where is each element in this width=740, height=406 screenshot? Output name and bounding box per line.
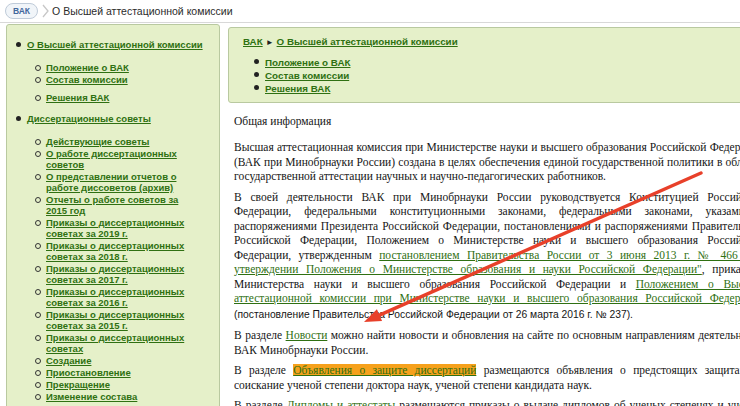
circle-bullet-icon (35, 266, 41, 272)
bullet-icon (254, 85, 259, 90)
bullet-icon (16, 116, 21, 121)
breadcrumb-arrow-icon: ► (266, 38, 274, 47)
sidebar-link[interactable]: Приказы о диссертационных советах (46, 332, 184, 354)
sidebar-item: Создание (34, 355, 192, 366)
circle-bullet-icon (35, 139, 41, 145)
sidebar-link[interactable]: Приказы о диссертационных советах за 201… (46, 217, 184, 239)
highlighted-link[interactable]: Объявления о защите диссертаций (293, 364, 476, 376)
sidebar-link[interactable]: Приказы о диссертационных советах за 201… (46, 263, 184, 285)
circle-bullet-icon (35, 95, 41, 101)
sidebar-item: Прекращение (34, 379, 192, 390)
bullet-icon (254, 72, 259, 77)
sidebar-link[interactable]: Приостановление (46, 367, 131, 378)
sidebar-link[interactable]: Положение о ВАК (46, 62, 129, 73)
sidebar-item: Изменение состава (34, 391, 192, 402)
sidebar-section: Диссертационные советы (15, 113, 213, 124)
sidebar-section: О Высшей аттестационной комиссии (15, 39, 213, 50)
sidebar-link[interactable]: Состав комиссии (46, 74, 128, 85)
infobox-breadcrumb: ВАК►О Высшей аттестационной комиссии (243, 36, 740, 49)
breadcrumb-title: О Высшей аттестационной комиссии (52, 5, 232, 17)
sidebar-link[interactable]: Прекращение (46, 379, 110, 390)
sidebar-link[interactable]: Изменение состава (46, 391, 137, 402)
sidebar-list: О Высшей аттестационной комиссииПоложени… (15, 39, 213, 402)
circle-bullet-icon (35, 335, 41, 341)
sidebar-item: Приостановление (34, 367, 192, 378)
content-link[interactable]: Дипломы и аттестаты (287, 399, 396, 406)
infobox-item: Решения ВАК (253, 82, 740, 95)
infobox-link[interactable]: Состав комиссии (265, 70, 349, 81)
sidebar-sublist: Положение о ВАКСостав комиссииРешения ВА… (34, 62, 192, 103)
circle-bullet-icon (35, 289, 41, 295)
paragraph: Высшая аттестационная комиссия при Минис… (234, 140, 740, 184)
sidebar-section-link[interactable]: Диссертационные советы (27, 113, 151, 124)
sidebar-link[interactable]: Приказы о диссертационных советах за 201… (46, 286, 184, 308)
breadcrumb-root-link[interactable]: ВАК (243, 36, 263, 47)
infobox-link[interactable]: Положение о ВАК (265, 57, 350, 68)
sidebar-link[interactable]: Решения ВАК (46, 92, 109, 103)
main-content: ВАК►О Высшей аттестационной комиссии Пол… (228, 27, 740, 406)
text-span: В разделе (234, 399, 287, 406)
section-infobox: ВАК►О Высшей аттестационной комиссии Пол… (228, 27, 740, 103)
circle-bullet-icon (35, 151, 41, 157)
circle-bullet-icon (35, 65, 41, 71)
circle-bullet-icon (35, 312, 41, 318)
infobox-link[interactable]: Решения ВАК (265, 83, 330, 94)
paragraph: В своей деятельности ВАК при Минобрнауки… (234, 190, 740, 323)
paragraph: В разделе Дипломы и аттестаты размещаютс… (234, 398, 740, 406)
circle-bullet-icon (35, 77, 41, 83)
infobox-item: Состав комиссии (253, 69, 740, 82)
circle-bullet-icon (35, 243, 41, 249)
sidebar-item: Решения ВАК (34, 92, 192, 103)
body-text: Высшая аттестационная комиссия при Минис… (234, 140, 740, 406)
sidebar-item: Приказы о диссертационных советах за 201… (34, 286, 192, 308)
chevron-right-icon (41, 4, 50, 18)
sidebar-link[interactable]: Действующие советы (46, 136, 149, 147)
text-span: Высшая аттестационная комиссия при Минис… (234, 141, 740, 182)
breadcrumb-current-link[interactable]: О Высшей аттестационной комиссии (277, 36, 458, 47)
paragraph: В разделе Объявления о защите диссертаци… (234, 363, 740, 392)
sidebar-section-link[interactable]: О Высшей аттестационной комиссии (27, 39, 203, 50)
circle-bullet-icon (35, 370, 41, 376)
circle-bullet-icon (35, 197, 41, 203)
sidebar-item: Приказы о диссертационных советах за 201… (34, 240, 192, 262)
bullet-icon (254, 59, 259, 64)
sidebar-link[interactable]: О представлении отчетов о работе диссове… (46, 171, 176, 193)
text-span: (постановление Правительства Российской … (234, 309, 633, 320)
circle-bullet-icon (35, 174, 41, 180)
infobox-link-list: Положение о ВАКСостав комиссииРешения ВА… (243, 56, 740, 95)
circle-bullet-icon (35, 394, 41, 400)
sidebar-item: Приказы о диссертационных советах за 201… (34, 217, 192, 239)
sidebar-item: Приказы о диссертационных советах (34, 332, 192, 354)
sidebar-item: Отчеты о работе советов за 2015 год (34, 194, 192, 216)
bullet-icon (16, 42, 21, 47)
sidebar-link[interactable]: О работе диссертационных советов (46, 148, 177, 170)
sidebar-sublist: Действующие советыО работе диссертационн… (34, 136, 192, 402)
sidebar-item: О представлении отчетов о работе диссове… (34, 171, 192, 193)
vak-badge[interactable]: ВАК (5, 3, 38, 19)
sidebar-item: Приказы о диссертационных советах за 201… (34, 263, 192, 285)
sidebar-item: Положение о ВАК (34, 62, 192, 73)
content-link[interactable]: Новости (286, 329, 328, 341)
sidebar-item: Действующие советы (34, 136, 192, 147)
sidebar-link[interactable]: Создание (46, 355, 91, 366)
circle-bullet-icon (35, 358, 41, 364)
sidebar-link[interactable]: Отчеты о работе советов за 2015 год (46, 194, 178, 216)
breadcrumb-bar: ВАК О Высшей аттестационной комиссии (0, 0, 740, 23)
sidebar-nav: О Высшей аттестационной комиссииПоложени… (6, 24, 220, 406)
infobox-item: Положение о ВАК (253, 56, 740, 69)
circle-bullet-icon (35, 220, 41, 226)
sidebar-item: Приказы о диссертационных советах за 201… (34, 309, 192, 331)
sidebar-item: Состав комиссии (34, 74, 192, 85)
circle-bullet-icon (35, 382, 41, 388)
text-span: В разделе (234, 364, 293, 376)
paragraph: В разделе Новости можно найти новости и … (234, 328, 740, 357)
sidebar-link[interactable]: Приказы о диссертационных советах за 201… (46, 309, 184, 331)
sidebar-item: О работе диссертационных советов (34, 148, 192, 170)
text-span: В разделе (234, 329, 286, 341)
page-title: Общая информация (234, 115, 740, 127)
sidebar-link[interactable]: Приказы о диссертационных советах за 201… (46, 240, 184, 262)
